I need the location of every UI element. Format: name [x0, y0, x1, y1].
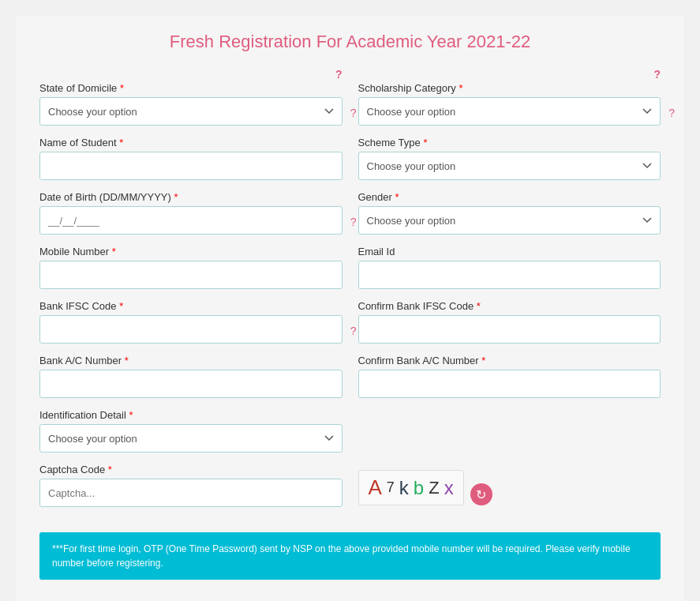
required-marker-confirm-ac: * [481, 355, 485, 366]
confirm-bank-ac-group: Confirm Bank A/C Number * [358, 355, 661, 398]
confirm-bank-ac-label: Confirm Bank A/C Number * [358, 355, 661, 366]
page-title: Fresh Registration For Academic Year 202… [39, 32, 661, 52]
mobile-number-label: Mobile Number * [39, 246, 343, 257]
required-marker-ac: * [125, 355, 129, 366]
required-marker-confirm-ifsc: * [477, 300, 481, 312]
captcha-code-group: Captcha Code * [39, 464, 343, 507]
captcha-input[interactable] [39, 479, 343, 507]
confirm-bank-ifsc-label: Confirm Bank IFSC Code * [358, 300, 661, 312]
captcha-letter-a: A [369, 475, 382, 500]
scholarship-category-select[interactable]: Choose your option [358, 97, 661, 126]
email-id-label: Email Id [358, 246, 661, 257]
help-icon-scholarship[interactable]: ? [358, 68, 661, 81]
mobile-number-input[interactable] [39, 261, 343, 289]
confirm-bank-ifsc-group: Confirm Bank IFSC Code * [358, 300, 661, 344]
required-marker-dob: * [174, 191, 178, 203]
state-of-domicile-group: ? State of Domicile * Choose your option… [39, 68, 343, 126]
scholarship-category-group: ? Scholarship Category * Choose your opt… [358, 68, 661, 126]
identification-detail-group: Identification Detail * Choose your opti… [39, 409, 343, 453]
captcha-display: A 7 k b Z x [358, 470, 464, 505]
gender-label: Gender * [358, 191, 661, 203]
mobile-number-group: Mobile Number * [39, 246, 343, 289]
state-of-domicile-select[interactable]: Choose your option [39, 97, 343, 126]
captcha-image-group: A 7 k b Z x ↻ [358, 464, 661, 507]
help-icon-dob[interactable]: ? [350, 216, 357, 228]
scheme-type-group: Scheme Type * Choose your option [358, 137, 661, 180]
dob-label: Date of Birth (DD/MM/YYYY) * [39, 191, 343, 203]
captcha-code-label: Captcha Code * [39, 464, 343, 475]
required-marker-mobile: * [112, 246, 116, 257]
bank-ac-label: Bank A/C Number * [39, 355, 343, 366]
confirm-bank-ac-input[interactable] [358, 370, 661, 398]
gender-group: Gender * Choose your option [358, 191, 661, 235]
required-marker-name: * [119, 137, 123, 148]
required-marker: * [120, 82, 124, 94]
scheme-type-select[interactable]: Choose your option [358, 152, 661, 180]
required-marker-gender: * [395, 191, 399, 203]
bank-ac-input[interactable] [39, 370, 343, 398]
gender-select[interactable]: Choose your option [358, 206, 661, 235]
required-marker-captcha: * [108, 464, 112, 475]
email-id-group: Email Id [358, 246, 661, 289]
identification-detail-label: Identification Detail * [39, 409, 343, 421]
captcha-letter-x: x [444, 477, 454, 499]
state-of-domicile-label: State of Domicile * [39, 82, 343, 94]
captcha-refresh-button[interactable]: ↻ [470, 483, 492, 505]
confirm-bank-ifsc-input[interactable] [358, 315, 661, 344]
dob-group: Date of Birth (DD/MM/YYYY) * ? [39, 191, 343, 235]
required-marker-scholarship: * [459, 82, 462, 94]
captcha-digit-7: 7 [387, 479, 395, 496]
captcha-letter-Z: Z [429, 478, 439, 498]
captcha-letter-b: b [414, 477, 424, 499]
identification-detail-select[interactable]: Choose your option [39, 424, 343, 453]
help-icon-state[interactable]: ? [39, 68, 343, 81]
bank-ac-group: Bank A/C Number * [39, 355, 343, 398]
help-icon-state-bottom[interactable]: ? [350, 107, 357, 119]
bank-ifsc-label: Bank IFSC Code * [39, 300, 343, 312]
required-marker-ifsc: * [119, 300, 123, 312]
required-marker-id: * [129, 409, 133, 421]
help-icon-ifsc[interactable]: ? [350, 325, 357, 337]
name-of-student-input[interactable] [39, 152, 343, 180]
captcha-letter-k: k [399, 477, 409, 499]
empty-placeholder [358, 409, 661, 464]
scholarship-category-label: Scholarship Category * [358, 82, 661, 94]
help-icon-scholarship-bottom[interactable]: ? [668, 107, 675, 119]
email-id-input[interactable] [358, 261, 661, 289]
bank-ifsc-group: Bank IFSC Code * ? [39, 300, 343, 344]
main-container: Fresh Registration For Academic Year 202… [16, 16, 684, 601]
name-of-student-label: Name of Student * [39, 137, 343, 148]
name-of-student-group: Name of Student * [39, 137, 343, 180]
scheme-type-label: Scheme Type * [358, 137, 661, 148]
required-marker-scheme: * [423, 137, 427, 148]
dob-input[interactable] [39, 206, 343, 235]
info-notice: ***For first time login, OTP (One Time P… [39, 532, 661, 580]
bank-ifsc-input[interactable] [39, 315, 343, 344]
registration-form: ? State of Domicile * Choose your option… [39, 68, 661, 601]
